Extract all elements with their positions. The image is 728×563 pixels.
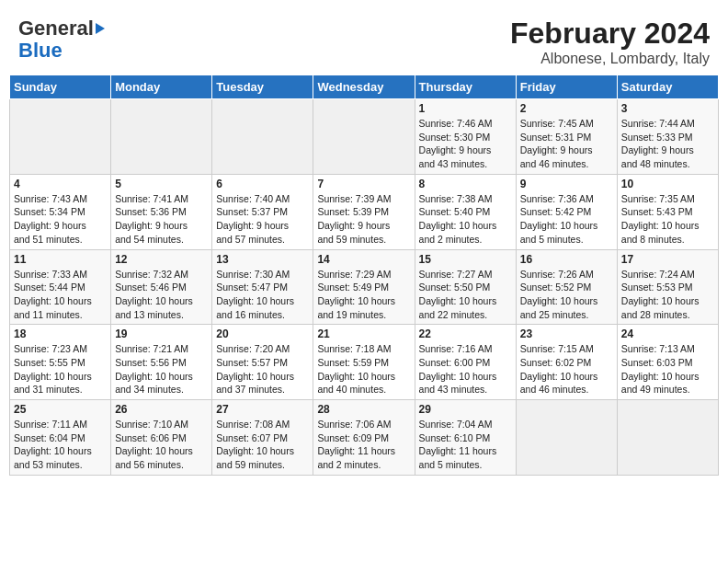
cell-text: and 46 minutes. bbox=[520, 383, 613, 396]
cell-text: Sunrise: 7:20 AM bbox=[216, 342, 309, 356]
col-header-friday: Friday bbox=[516, 75, 617, 99]
cell-text: Daylight: 11 hours bbox=[419, 444, 512, 458]
calendar-cell: 4Sunrise: 7:43 AMSunset: 5:34 PMDaylight… bbox=[10, 174, 111, 249]
cell-text: Sunset: 5:55 PM bbox=[14, 356, 107, 370]
cell-text: Daylight: 10 hours bbox=[419, 370, 512, 384]
cell-text: and 59 minutes. bbox=[216, 458, 309, 472]
cell-text: Sunrise: 7:40 AM bbox=[216, 192, 309, 206]
month-title: February 2024 bbox=[510, 17, 710, 51]
cell-text: Sunrise: 7:13 AM bbox=[621, 342, 714, 356]
cell-text: Sunrise: 7:21 AM bbox=[115, 342, 208, 356]
cell-text: and 34 minutes. bbox=[115, 383, 208, 396]
calendar-cell bbox=[111, 99, 212, 175]
title-area: February 2024 Albonese, Lombardy, Italy bbox=[510, 17, 710, 67]
day-number: 15 bbox=[419, 253, 512, 266]
cell-text: Sunset: 5:59 PM bbox=[317, 356, 410, 370]
day-number: 12 bbox=[115, 253, 208, 266]
cell-text: Sunrise: 7:26 AM bbox=[520, 268, 613, 282]
calendar-cell: 18Sunrise: 7:23 AMSunset: 5:55 PMDayligh… bbox=[10, 325, 111, 400]
calendar-cell: 29Sunrise: 7:04 AMSunset: 6:10 PMDayligh… bbox=[415, 400, 516, 476]
day-number: 11 bbox=[14, 253, 107, 266]
calendar-header-row: SundayMondayTuesdayWednesdayThursdayFrid… bbox=[10, 75, 719, 99]
calendar-week-row: 25Sunrise: 7:11 AMSunset: 6:04 PMDayligh… bbox=[10, 400, 719, 476]
cell-text: Sunset: 5:31 PM bbox=[520, 131, 613, 144]
cell-text: and 16 minutes. bbox=[216, 308, 309, 322]
day-number: 18 bbox=[14, 327, 107, 340]
day-number: 27 bbox=[216, 403, 309, 416]
cell-text: Daylight: 10 hours bbox=[216, 444, 309, 458]
calendar-cell: 21Sunrise: 7:18 AMSunset: 5:59 PMDayligh… bbox=[313, 325, 415, 400]
col-header-monday: Monday bbox=[111, 75, 212, 99]
cell-text: Sunrise: 7:10 AM bbox=[115, 418, 208, 431]
col-header-saturday: Saturday bbox=[617, 75, 718, 99]
cell-text: Daylight: 10 hours bbox=[14, 370, 107, 384]
cell-text: Sunrise: 7:39 AM bbox=[317, 192, 410, 206]
cell-text: Sunset: 6:09 PM bbox=[317, 431, 410, 445]
calendar-cell bbox=[313, 99, 415, 175]
cell-text: Sunrise: 7:23 AM bbox=[14, 342, 107, 356]
cell-text: Daylight: 10 hours bbox=[115, 294, 208, 308]
cell-text: Daylight: 10 hours bbox=[14, 444, 107, 458]
cell-text: Sunset: 5:30 PM bbox=[419, 131, 512, 144]
cell-text: Sunrise: 7:44 AM bbox=[621, 117, 714, 131]
cell-text: Sunrise: 7:43 AM bbox=[14, 192, 107, 206]
logo-text-blue: Blue bbox=[18, 40, 63, 61]
cell-text: Daylight: 9 hours bbox=[14, 219, 107, 233]
calendar-cell: 13Sunrise: 7:30 AMSunset: 5:47 PMDayligh… bbox=[212, 249, 313, 325]
cell-text: and 54 minutes. bbox=[115, 233, 208, 247]
calendar-cell: 9Sunrise: 7:36 AMSunset: 5:42 PMDaylight… bbox=[516, 174, 617, 249]
calendar-cell bbox=[10, 99, 111, 175]
cell-text: Sunrise: 7:15 AM bbox=[520, 342, 613, 356]
calendar-cell: 28Sunrise: 7:06 AMSunset: 6:09 PMDayligh… bbox=[313, 400, 415, 476]
cell-text: Sunset: 6:07 PM bbox=[216, 431, 309, 445]
day-number: 21 bbox=[317, 327, 410, 340]
cell-text: and 59 minutes. bbox=[317, 233, 410, 247]
cell-text: Sunrise: 7:38 AM bbox=[419, 192, 512, 206]
cell-text: Daylight: 9 hours bbox=[419, 144, 512, 157]
calendar-cell: 7Sunrise: 7:39 AMSunset: 5:39 PMDaylight… bbox=[313, 174, 415, 249]
cell-text: Sunrise: 7:29 AM bbox=[317, 268, 410, 282]
col-header-wednesday: Wednesday bbox=[313, 75, 415, 99]
day-number: 5 bbox=[115, 178, 208, 190]
cell-text: and 53 minutes. bbox=[14, 458, 107, 472]
cell-text: and 2 minutes. bbox=[317, 458, 410, 472]
cell-text: Sunset: 5:36 PM bbox=[115, 205, 208, 219]
cell-text: and 11 minutes. bbox=[14, 308, 107, 322]
cell-text: Daylight: 10 hours bbox=[317, 370, 410, 384]
cell-text: Sunset: 5:52 PM bbox=[520, 281, 613, 294]
calendar-week-row: 11Sunrise: 7:33 AMSunset: 5:44 PMDayligh… bbox=[10, 249, 719, 325]
cell-text: Daylight: 10 hours bbox=[621, 294, 714, 308]
cell-text: and 5 minutes. bbox=[419, 458, 512, 472]
cell-text: Daylight: 10 hours bbox=[621, 370, 714, 384]
cell-text: and 40 minutes. bbox=[317, 383, 410, 396]
cell-text: and 43 minutes. bbox=[419, 383, 512, 396]
calendar-cell: 12Sunrise: 7:32 AMSunset: 5:46 PMDayligh… bbox=[111, 249, 212, 325]
cell-text: and 51 minutes. bbox=[14, 233, 107, 247]
calendar-cell: 8Sunrise: 7:38 AMSunset: 5:40 PMDaylight… bbox=[415, 174, 516, 249]
cell-text: Daylight: 10 hours bbox=[14, 294, 107, 308]
cell-text: Sunset: 6:06 PM bbox=[115, 431, 208, 445]
day-number: 13 bbox=[216, 253, 309, 266]
cell-text: Daylight: 9 hours bbox=[621, 144, 714, 157]
cell-text: and 37 minutes. bbox=[216, 383, 309, 396]
cell-text: Sunset: 5:57 PM bbox=[216, 356, 309, 370]
cell-text: and 31 minutes. bbox=[14, 383, 107, 396]
cell-text: Daylight: 9 hours bbox=[317, 219, 410, 233]
calendar-cell bbox=[617, 400, 718, 476]
cell-text: Sunset: 5:53 PM bbox=[621, 281, 714, 294]
cell-text: Sunrise: 7:04 AM bbox=[419, 418, 512, 431]
cell-text: Sunset: 5:43 PM bbox=[621, 205, 714, 219]
cell-text: Sunset: 5:47 PM bbox=[216, 281, 309, 294]
day-number: 23 bbox=[520, 327, 613, 340]
calendar-cell: 3Sunrise: 7:44 AMSunset: 5:33 PMDaylight… bbox=[617, 99, 718, 175]
calendar-cell: 22Sunrise: 7:16 AMSunset: 6:00 PMDayligh… bbox=[415, 325, 516, 400]
calendar-cell bbox=[516, 400, 617, 476]
cell-text: and 13 minutes. bbox=[115, 308, 208, 322]
cell-text: and 5 minutes. bbox=[520, 233, 613, 247]
cell-text: Sunrise: 7:41 AM bbox=[115, 192, 208, 206]
col-header-tuesday: Tuesday bbox=[212, 75, 313, 99]
cell-text: Sunrise: 7:08 AM bbox=[216, 418, 309, 431]
col-header-sunday: Sunday bbox=[10, 75, 111, 99]
day-number: 8 bbox=[419, 178, 512, 190]
calendar-cell: 1Sunrise: 7:46 AMSunset: 5:30 PMDaylight… bbox=[415, 99, 516, 175]
